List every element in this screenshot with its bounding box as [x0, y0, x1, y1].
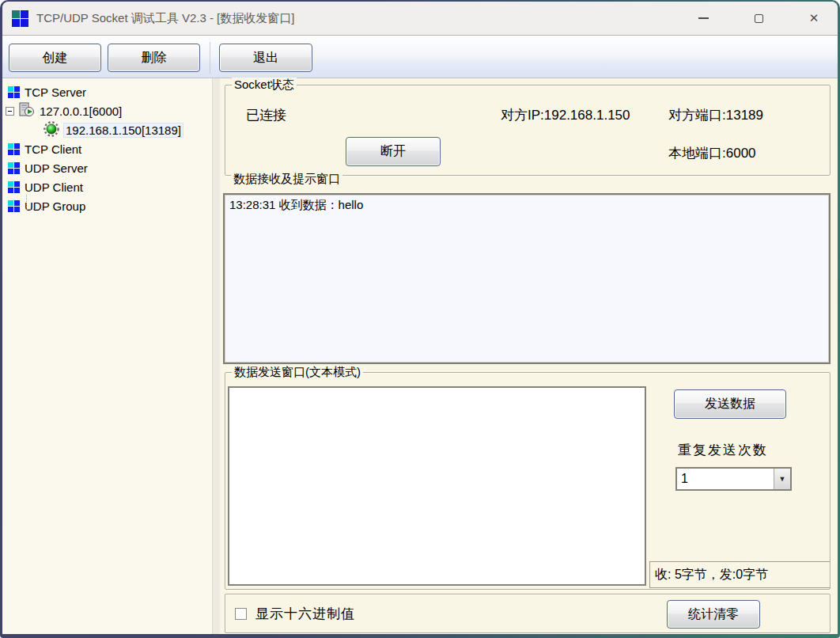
hex-checkbox[interactable]: [235, 608, 247, 620]
app-icon: [12, 10, 28, 27]
tree-connector-line: [26, 195, 42, 210]
tcp-udp-squares-icon: [8, 86, 20, 98]
tree-item-label: UDP Client: [25, 180, 83, 194]
hex-checkbox-label: 显示十六进制值: [255, 605, 355, 623]
maximize-button[interactable]: [741, 2, 776, 35]
tree-item-tcp-server[interactable]: TCP Server: [2, 82, 212, 101]
exit-button[interactable]: 退出: [219, 44, 312, 72]
tree-item-label: UDP Server: [25, 161, 88, 175]
minimize-icon: [698, 17, 709, 19]
create-button[interactable]: 创建: [9, 44, 101, 72]
close-button[interactable]: [796, 2, 831, 35]
tree-item-udp-server[interactable]: UDP Server: [2, 158, 212, 177]
toolbar: 创建 删除 退出: [2, 36, 838, 78]
tree-item-tcp-client[interactable]: TCP Client: [2, 139, 212, 158]
socket-status-legend: Socket状态: [232, 78, 297, 93]
tree-item-label-selected: 192.168.1.150[13189]: [64, 123, 183, 137]
tree-item-local-server[interactable]: 127.0.0.1[6000]: [2, 101, 212, 120]
remote-port-label: 对方端口:13189: [668, 106, 763, 124]
collapse-expander-icon[interactable]: [6, 107, 14, 116]
toolbar-separator: [210, 42, 210, 74]
receive-log[interactable]: 13:28:31 收到数据：hello: [223, 193, 831, 364]
clear-stats-button[interactable]: 统计清零: [667, 600, 760, 629]
send-legend: 数据发送窗口(文本模式): [232, 365, 363, 380]
send-data-button[interactable]: 发送数据: [674, 389, 786, 419]
receive-group: 数据接收及提示窗口 13:28:31 收到数据：hello: [221, 180, 832, 366]
local-port-label: 本地端口:6000: [668, 144, 756, 162]
tree-item-udp-client[interactable]: UDP Client: [2, 177, 212, 196]
socket-status-group: Socket状态 已连接 对方IP:192.168.1.150 对方端口:131…: [225, 85, 831, 176]
tcp-udp-squares-icon: [8, 162, 20, 174]
content-panel: Socket状态 已连接 对方IP:192.168.1.150 对方端口:131…: [220, 78, 838, 634]
maximize-icon: [755, 14, 763, 23]
main-area: TCP Server 127.0.0.1[60: [2, 78, 838, 634]
delete-button[interactable]: 删除: [108, 44, 200, 72]
window-title: TCP/UDP Socket 调试工具 V2.3 - [数据收发窗口]: [36, 11, 294, 26]
tree-item-label: TCP Server: [25, 85, 86, 99]
window-frame: TCP/UDP Socket 调试工具 V2.3 - [数据收发窗口] 创建 删…: [0, 0, 840, 638]
panel-splitter[interactable]: [213, 78, 220, 634]
tcp-udp-squares-icon: [8, 181, 20, 193]
receive-legend: 数据接收及提示窗口: [231, 172, 342, 187]
tree-item-remote-client[interactable]: 192.168.1.150[13189]: [2, 120, 212, 139]
title-bar: TCP/UDP Socket 调试工具 V2.3 - [数据收发窗口]: [2, 2, 838, 36]
window-controls: [665, 2, 838, 35]
tcp-udp-squares-icon: [8, 143, 20, 155]
connection-state-label: 已连接: [246, 106, 286, 124]
bottom-bar: 显示十六进制值 统计清零: [225, 594, 831, 633]
tcp-udp-squares-icon: [8, 200, 20, 212]
app-window: TCP/UDP Socket 调试工具 V2.3 - [数据收发窗口] 创建 删…: [2, 2, 838, 634]
connection-tree: TCP Server 127.0.0.1[60: [2, 78, 213, 634]
chevron-down-icon[interactable]: [774, 469, 790, 489]
disconnect-button[interactable]: 断开: [346, 137, 441, 166]
repeat-count-combobox[interactable]: 1: [675, 467, 792, 491]
send-input[interactable]: [228, 386, 646, 586]
repeat-count-value: 1: [677, 472, 774, 486]
repeat-count-label: 重复发送次数: [678, 441, 768, 459]
send-group: 数据发送窗口(文本模式) 发送数据 重复发送次数 1 收: 5字节，发:0字节: [225, 372, 831, 590]
tree-item-label: TCP Client: [25, 142, 81, 156]
minimize-button[interactable]: [686, 2, 721, 35]
byte-stats-label: 收: 5字节，发:0字节: [649, 561, 830, 588]
connection-icon: [44, 121, 59, 139]
close-icon: [809, 11, 819, 25]
tree-item-label: 127.0.0.1[6000]: [40, 104, 122, 118]
remote-ip-label: 对方IP:192.168.1.150: [501, 106, 630, 124]
receive-message: 13:28:31 收到数据：hello: [229, 198, 363, 211]
server-running-icon: [17, 102, 35, 120]
